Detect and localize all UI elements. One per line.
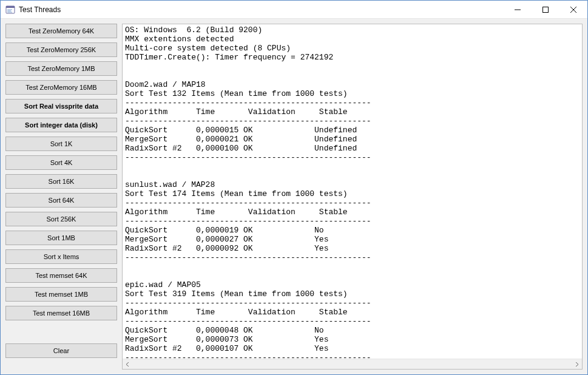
app-icon — [5, 5, 15, 15]
sort-integer-disk-button[interactable]: Sort integer data (disk) — [5, 118, 117, 132]
test-zeromemory-256k-button[interactable]: Test ZeroMemory 256K — [5, 42, 117, 57]
svg-rect-6 — [543, 7, 549, 12]
test-zeromemory-16mb-button[interactable]: Test ZeroMemory 16MB — [5, 80, 117, 95]
window-title: Test Threads — [19, 5, 61, 14]
sort-16k-button[interactable]: Sort 16K — [5, 174, 117, 189]
output-panel: OS: Windows 6.2 (Build 9200) MMX extenti… — [122, 24, 583, 370]
scroll-left-arrow-icon[interactable] — [123, 359, 133, 370]
maximize-button[interactable] — [532, 1, 559, 19]
close-button[interactable] — [559, 1, 587, 19]
sort-4k-button[interactable]: Sort 4K — [5, 155, 117, 170]
test-zeromemory-64k-button[interactable]: Test ZeroMemory 64K — [5, 24, 117, 38]
client-area: Test ZeroMemory 64K Test ZeroMemory 256K… — [1, 19, 587, 374]
titlebar[interactable]: Test Threads — [1, 1, 587, 19]
test-memset-64k-button[interactable]: Test memset 64K — [5, 268, 117, 283]
horizontal-scrollbar[interactable] — [123, 359, 582, 369]
output-text[interactable]: OS: Windows 6.2 (Build 9200) MMX extenti… — [123, 24, 582, 359]
minimize-button[interactable] — [504, 1, 532, 19]
sort-256k-button[interactable]: Sort 256K — [5, 212, 117, 226]
scroll-right-arrow-icon[interactable] — [572, 359, 582, 370]
sort-64k-button[interactable]: Sort 64K — [5, 193, 117, 208]
svg-rect-1 — [6, 6, 15, 8]
sort-x-items-button[interactable]: Sort x Items — [5, 249, 117, 264]
test-zeromemory-1mb-button[interactable]: Test ZeroMemory 1MB — [5, 61, 117, 76]
test-memset-1mb-button[interactable]: Test memset 1MB — [5, 287, 117, 302]
sort-1mb-button[interactable]: Sort 1MB — [5, 231, 117, 245]
clear-button[interactable]: Clear — [5, 343, 117, 358]
app-window: Test Threads Test ZeroMemory 64K Test Ze… — [0, 0, 588, 375]
test-memset-16mb-button[interactable]: Test memset 16MB — [5, 306, 117, 320]
sort-real-vissprite-button[interactable]: Sort Real vissprite data — [5, 99, 117, 113]
sidebar: Test ZeroMemory 64K Test ZeroMemory 256K… — [5, 24, 117, 370]
sort-1k-button[interactable]: Sort 1K — [5, 137, 117, 151]
